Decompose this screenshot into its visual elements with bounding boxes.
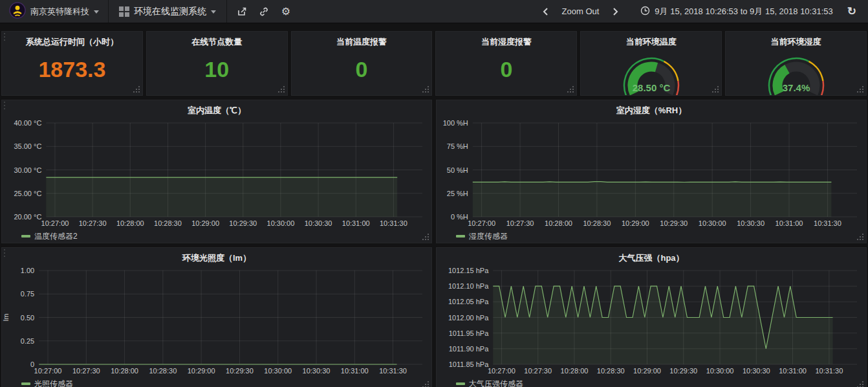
svg-text:35.00 °C: 35.00 °C	[14, 142, 41, 150]
time-range-picker[interactable]: 9月 15, 2018 10:26:53 to 9月 15, 2018 10:3…	[633, 6, 840, 17]
link-icon[interactable]	[254, 2, 274, 21]
panel-title[interactable]: 当前温度报警	[292, 32, 432, 49]
svg-text:10:29:00: 10:29:00	[188, 367, 215, 375]
panel-title[interactable]: 当前环境湿度	[726, 32, 866, 49]
dashboard-picker[interactable]: 环境在线监测系统	[109, 0, 227, 23]
time-back-chevron-icon[interactable]	[536, 2, 556, 21]
chart-panel-indoor-temperature: 室内温度（℃） 10:27:0010:27:3010:28:0010:28:30…	[1, 100, 432, 243]
svg-text:0: 0	[30, 360, 34, 368]
panel-resize-handle[interactable]	[278, 86, 285, 93]
top-navbar: 南京英特隆科技 环境在线监测系统 ⚙	[0, 0, 868, 23]
svg-text:10:29:30: 10:29:30	[229, 219, 257, 227]
panel-resize-handle[interactable]	[712, 86, 719, 93]
svg-text:1011.90 hPa: 1011.90 hPa	[449, 345, 489, 353]
svg-text:1.00: 1.00	[21, 267, 34, 274]
stat-value: 10	[147, 49, 287, 95]
svg-text:0.50: 0.50	[21, 314, 34, 322]
org-menu[interactable]: 南京英特隆科技	[0, 0, 109, 23]
svg-text:10:28:00: 10:28:00	[545, 219, 572, 227]
stat-panel-humidity-alarm: 当前湿度报警 0	[435, 31, 577, 96]
chart-panel-air-pressure: 大气压强（hpa） 10:27:0010:27:3010:28:0010:28:…	[436, 247, 867, 387]
ambient-light-chart[interactable]: 10:27:0010:27:3010:28:0010:28:3010:29:00…	[2, 265, 431, 377]
svg-text:1012.05 hPa: 1012.05 hPa	[448, 298, 489, 305]
svg-text:10:31:00: 10:31:00	[341, 367, 369, 375]
panel-title[interactable]: 当前湿度报警	[436, 32, 576, 49]
svg-text:20.00 °C: 20.00 °C	[14, 213, 41, 221]
stat-panel-online-nodes: 在线节点数量 10	[146, 31, 288, 96]
row-drag-handle[interactable]	[1, 247, 7, 387]
clock-icon	[640, 6, 650, 17]
share-icon[interactable]	[232, 2, 252, 21]
panel-title[interactable]: 在线节点数量	[147, 32, 287, 49]
panel-resize-handle[interactable]	[133, 86, 140, 93]
svg-text:10:28:00: 10:28:00	[116, 219, 144, 227]
refresh-icon[interactable]: ↻	[842, 5, 862, 18]
panel-resize-handle[interactable]	[857, 234, 863, 240]
legend-marker	[21, 235, 30, 238]
logo-icon	[9, 2, 26, 21]
zoom-out-button[interactable]: Zoom Out	[562, 6, 600, 16]
svg-text:10:30:30: 10:30:30	[303, 367, 331, 375]
legend-marker	[456, 235, 465, 238]
panel-title[interactable]: 室内温度（℃）	[2, 100, 431, 118]
svg-text:1012.15 hPa: 1012.15 hPa	[448, 267, 489, 274]
svg-text:10:29:30: 10:29:30	[660, 219, 688, 227]
svg-text:10:30:30: 10:30:30	[737, 219, 765, 227]
svg-text:10:27:00: 10:27:00	[34, 367, 62, 375]
row-drag-handle[interactable]	[1, 100, 7, 243]
svg-text:10:27:00: 10:27:00	[41, 219, 69, 227]
svg-text:25.00 °C: 25.00 °C	[14, 190, 41, 197]
panel-title[interactable]: 室内湿度（%RH）	[437, 100, 866, 118]
svg-text:10:31:30: 10:31:30	[814, 219, 841, 227]
time-range-text: 9月 15, 2018 10:26:53 to 9月 15, 2018 10:3…	[655, 6, 832, 17]
air-pressure-chart[interactable]: 10:27:0010:27:3010:28:0010:28:3010:29:00…	[437, 265, 866, 377]
panel-resize-handle[interactable]	[567, 86, 574, 93]
svg-text:1011.95 hPa: 1011.95 hPa	[449, 329, 489, 337]
row-drag-handle[interactable]	[1, 31, 7, 96]
svg-text:0.75: 0.75	[21, 290, 34, 298]
svg-text:10:28:30: 10:28:30	[149, 367, 177, 375]
indoor-temperature-chart[interactable]: 10:27:0010:27:3010:28:0010:28:3010:29:00…	[2, 118, 431, 230]
svg-text:10:30:00: 10:30:00	[699, 219, 726, 227]
humidity-gauge: 37.4%	[754, 49, 839, 96]
svg-text:30.00 °C: 30.00 °C	[14, 166, 41, 174]
svg-text:10:30:00: 10:30:00	[706, 367, 734, 375]
svg-text:10:31:00: 10:31:00	[776, 219, 803, 227]
panel-title[interactable]: 大气压强（hpa）	[437, 248, 866, 265]
caret-down-icon	[211, 10, 216, 14]
gear-icon[interactable]: ⚙	[276, 2, 296, 21]
svg-text:0.25: 0.25	[21, 337, 34, 345]
panel-resize-handle[interactable]	[857, 86, 863, 93]
legend-label[interactable]: 光照传感器	[34, 379, 73, 387]
panel-title[interactable]: 当前环境温度	[581, 32, 721, 49]
svg-text:10:31:00: 10:31:00	[342, 219, 370, 227]
svg-text:10:28:00: 10:28:00	[561, 367, 589, 375]
legend-label[interactable]: 温度传感器2	[34, 231, 78, 242]
panel-resize-handle[interactable]	[422, 86, 429, 93]
panel-resize-handle[interactable]	[422, 234, 429, 240]
time-forward-chevron-icon[interactable]	[605, 2, 625, 21]
svg-text:10:30:00: 10:30:00	[264, 367, 292, 375]
svg-text:10:27:30: 10:27:30	[506, 219, 534, 227]
panel-title[interactable]: 系统总运行时间（小时）	[2, 32, 142, 49]
panel-title[interactable]: 环境光照度（lm）	[2, 248, 431, 265]
svg-text:0 %H: 0 %H	[451, 213, 468, 221]
dashboard-grid-icon	[119, 6, 129, 17]
svg-text:10:30:00: 10:30:00	[267, 219, 295, 227]
svg-text:10:27:30: 10:27:30	[79, 219, 107, 227]
legend-label[interactable]: 湿度传感器	[469, 231, 508, 242]
stat-value: 0	[292, 49, 432, 95]
indoor-humidity-chart[interactable]: 10:27:0010:27:3010:28:0010:28:3010:29:00…	[437, 118, 866, 230]
panel-resize-handle[interactable]	[422, 381, 429, 387]
svg-text:10:31:30: 10:31:30	[815, 367, 843, 375]
svg-text:10:28:30: 10:28:30	[597, 367, 625, 375]
svg-text:1012.10 hPa: 1012.10 hPa	[448, 282, 489, 290]
panel-resize-handle[interactable]	[857, 381, 863, 387]
chart-panel-indoor-humidity: 室内湿度（%RH） 10:27:0010:27:3010:28:0010:28:…	[436, 100, 867, 243]
svg-text:28.50 °C: 28.50 °C	[632, 82, 670, 93]
svg-text:10:31:30: 10:31:30	[379, 367, 407, 375]
dashboard-title: 环境在线监测系统	[134, 6, 206, 17]
stat-panel-uptime: 系统总运行时间（小时） 1873.3	[1, 31, 143, 96]
svg-text:10:27:00: 10:27:00	[488, 367, 515, 375]
legend-label[interactable]: 大气压强传感器	[469, 379, 523, 387]
